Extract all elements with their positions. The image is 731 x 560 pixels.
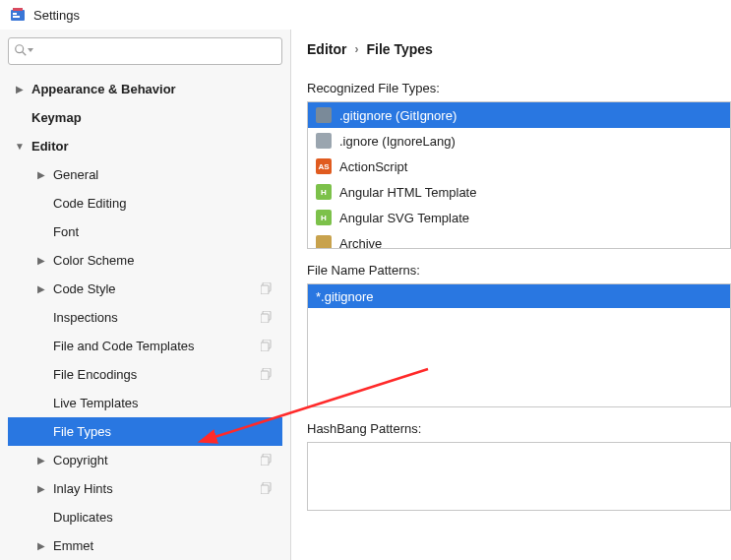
sidebar-item-label: Inlay Hints: [53, 481, 113, 496]
sidebar-item-label: Editor: [31, 139, 69, 154]
hashbang-patterns-label: HashBang Patterns:: [307, 421, 731, 436]
hashbang-list[interactable]: [307, 442, 731, 511]
content-panel: Editor › File Types Recognized File Type…: [291, 30, 731, 560]
svg-rect-13: [261, 371, 269, 380]
sidebar-item-label: File and Code Templates: [53, 339, 195, 353]
svg-rect-7: [261, 285, 269, 294]
sidebar-item-copyright[interactable]: ▶Copyright: [8, 446, 282, 474]
file-type-row[interactable]: Archive: [308, 230, 730, 249]
sidebar-item-color-scheme[interactable]: ▶Color Scheme: [8, 246, 282, 275]
file-type-icon: AS: [316, 158, 332, 174]
sidebar-item-label: Inspections: [53, 310, 118, 325]
project-scope-icon: [261, 482, 273, 497]
breadcrumb: Editor › File Types: [307, 41, 731, 75]
file-type-row[interactable]: HAngular SVG Template: [308, 205, 730, 230]
settings-tree[interactable]: ▶Appearance & BehaviorKeymap▼Editor▶Gene…: [8, 75, 282, 560]
patterns-list[interactable]: *.gitignore: [307, 283, 731, 407]
svg-line-5: [23, 52, 27, 56]
sidebar-item-inlay-hints[interactable]: ▶Inlay Hints: [8, 474, 282, 503]
breadcrumb-leaf: File Types: [366, 41, 432, 57]
sidebar-item-label: Color Scheme: [53, 253, 134, 268]
breadcrumb-root[interactable]: Editor: [307, 41, 346, 57]
chevron-down-icon[interactable]: ▼: [14, 141, 26, 152]
sidebar-item-duplicates[interactable]: Duplicates: [8, 503, 282, 531]
svg-rect-2: [13, 13, 17, 15]
chevron-right-icon[interactable]: ▶: [35, 283, 47, 294]
sidebar-item-inspections[interactable]: Inspections: [8, 303, 282, 332]
sidebar-item-code-editing[interactable]: Code Editing: [8, 189, 282, 218]
project-scope-icon: [261, 311, 273, 326]
chevron-right-icon[interactable]: ▶: [35, 255, 47, 266]
project-scope-icon: [261, 282, 273, 297]
sidebar-item-file-types[interactable]: File Types: [8, 417, 282, 446]
svg-point-4: [16, 45, 24, 53]
sidebar-item-label: Code Editing: [53, 196, 126, 211]
app-icon: [10, 7, 26, 23]
project-scope-icon: [261, 454, 273, 468]
chevron-right-icon[interactable]: ▶: [35, 540, 47, 551]
sidebar-item-label: Copyright: [53, 453, 108, 467]
pattern-row[interactable]: *.gitignore: [308, 284, 730, 308]
search-input[interactable]: [8, 37, 282, 65]
file-name-patterns-label: File Name Patterns:: [307, 263, 731, 278]
sidebar-item-label: Keymap: [31, 110, 82, 125]
svg-rect-17: [261, 485, 269, 494]
file-type-label: ActionScript: [339, 159, 407, 174]
project-scope-icon: [261, 368, 273, 383]
sidebar-item-editor[interactable]: ▼Editor: [8, 132, 282, 160]
sidebar-item-label: File Encodings: [53, 367, 137, 382]
file-type-row[interactable]: ASActionScript: [308, 154, 730, 179]
file-type-label: Angular SVG Template: [339, 211, 469, 225]
pattern-label: *.gitignore: [316, 289, 374, 304]
sidebar-item-emmet[interactable]: ▶Emmet: [8, 531, 282, 560]
file-type-icon: H: [316, 210, 332, 225]
file-type-row[interactable]: .ignore (IgnoreLang): [308, 128, 730, 154]
file-type-icon: [316, 235, 332, 249]
chevron-right-icon[interactable]: ▶: [14, 84, 26, 94]
file-types-list[interactable]: .gitignore (GitIgnore).ignore (IgnoreLan…: [307, 101, 731, 249]
sidebar-item-label: Duplicates: [53, 510, 113, 525]
sidebar-item-code-style[interactable]: ▶Code Style: [8, 275, 282, 303]
file-type-icon: [316, 107, 332, 123]
recognized-file-types-label: Recognized File Types:: [307, 81, 731, 95]
chevron-right-icon[interactable]: ▶: [35, 483, 47, 494]
search-wrap: [8, 37, 282, 65]
sidebar-item-label: Appearance & Behavior: [31, 82, 176, 96]
sidebar-item-keymap[interactable]: Keymap: [8, 103, 282, 132]
sidebar-item-file-encodings[interactable]: File Encodings: [8, 360, 282, 389]
file-type-label: .gitignore (GitIgnore): [339, 108, 457, 123]
file-type-row[interactable]: .gitignore (GitIgnore): [308, 102, 730, 128]
file-type-icon: H: [316, 184, 332, 200]
file-type-label: Angular HTML Template: [339, 185, 476, 200]
file-type-label: .ignore (IgnoreLang): [339, 134, 456, 149]
sidebar-item-label: General: [53, 167, 98, 182]
sidebar-item-file-and-code-templates[interactable]: File and Code Templates: [8, 332, 282, 360]
svg-rect-11: [261, 342, 269, 351]
search-dropdown-icon[interactable]: [28, 48, 33, 52]
file-type-icon: [316, 133, 332, 149]
sidebar-item-label: Emmet: [53, 538, 93, 553]
sidebar-item-live-templates[interactable]: Live Templates: [8, 389, 282, 417]
sidebar-item-label: Font: [53, 224, 79, 239]
svg-rect-1: [13, 8, 23, 11]
sidebar-item-font[interactable]: Font: [8, 218, 282, 246]
svg-rect-15: [261, 457, 269, 466]
file-type-row[interactable]: HAngular HTML Template: [308, 179, 730, 205]
chevron-right-icon[interactable]: ▶: [35, 455, 47, 466]
sidebar-item-appearance-behavior[interactable]: ▶Appearance & Behavior: [8, 75, 282, 103]
search-icon: [14, 43, 28, 60]
settings-sidebar: ▶Appearance & BehaviorKeymap▼Editor▶Gene…: [0, 30, 291, 560]
file-type-label: Archive: [339, 236, 382, 250]
chevron-right-icon[interactable]: ▶: [35, 169, 47, 180]
svg-rect-3: [13, 16, 20, 18]
titlebar: Settings: [0, 0, 731, 30]
chevron-right-icon: ›: [354, 42, 358, 56]
window-title: Settings: [33, 8, 80, 23]
sidebar-item-label: Live Templates: [53, 396, 138, 410]
sidebar-item-label: Code Style: [53, 281, 116, 296]
main-layout: ▶Appearance & BehaviorKeymap▼Editor▶Gene…: [0, 30, 731, 560]
svg-rect-0: [11, 10, 25, 21]
sidebar-item-general[interactable]: ▶General: [8, 160, 282, 189]
sidebar-item-label: File Types: [53, 424, 111, 439]
svg-rect-9: [261, 314, 269, 323]
